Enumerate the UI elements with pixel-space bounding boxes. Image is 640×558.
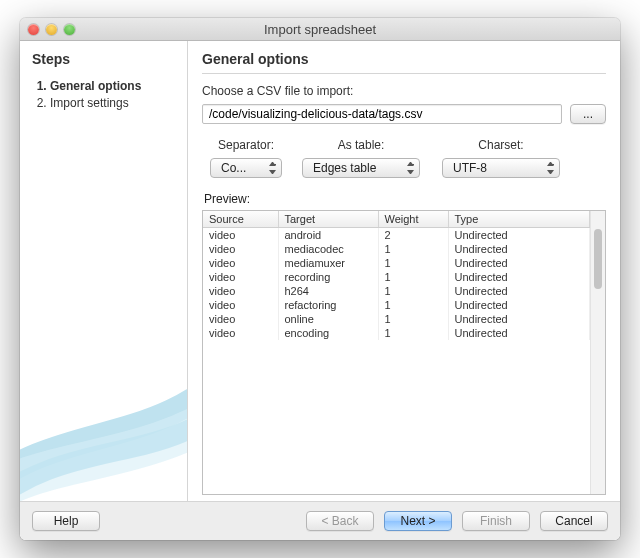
file-path-input[interactable] xyxy=(202,104,562,124)
table-cell: 1 xyxy=(378,242,448,256)
separator-label: Separator: xyxy=(218,138,274,152)
table-cell: android xyxy=(278,228,378,243)
divider xyxy=(202,73,606,74)
step-import-settings: Import settings xyxy=(50,96,175,110)
file-label: Choose a CSV file to import: xyxy=(202,84,606,98)
table-cell: encoding xyxy=(278,326,378,340)
col-weight[interactable]: Weight xyxy=(378,211,448,228)
charset-label: Charset: xyxy=(478,138,523,152)
help-button[interactable]: Help xyxy=(32,511,100,531)
table-cell: 1 xyxy=(378,284,448,298)
table-cell: mediamuxer xyxy=(278,256,378,270)
table-cell: recording xyxy=(278,270,378,284)
table-cell: Undirected xyxy=(448,256,590,270)
steps-sidebar: Steps General options Import settings xyxy=(20,41,188,501)
table-cell: video xyxy=(203,312,278,326)
table-cell: video xyxy=(203,298,278,312)
table-cell: h264 xyxy=(278,284,378,298)
wizard-footer: Help < Back Next > Finish Cancel xyxy=(20,501,620,540)
table-cell: 1 xyxy=(378,312,448,326)
preview-table: Source Target Weight Type videoandroid2U… xyxy=(203,211,590,340)
table-cell: 1 xyxy=(378,256,448,270)
col-type[interactable]: Type xyxy=(448,211,590,228)
preview-scrollbar[interactable] xyxy=(590,211,605,494)
wizard-window: Import spreadsheet Steps General options… xyxy=(20,18,620,540)
as-table-value: Edges table xyxy=(313,161,376,175)
table-cell: mediacodec xyxy=(278,242,378,256)
as-table-select[interactable]: Edges table xyxy=(302,158,420,178)
close-icon[interactable] xyxy=(28,24,39,35)
table-cell: Undirected xyxy=(448,228,590,243)
as-table-label: As table: xyxy=(338,138,385,152)
browse-button[interactable]: ... xyxy=(570,104,606,124)
table-cell: Undirected xyxy=(448,326,590,340)
table-cell: 2 xyxy=(378,228,448,243)
table-cell: video xyxy=(203,228,278,243)
table-cell: online xyxy=(278,312,378,326)
table-row[interactable]: videorefactoring1Undirected xyxy=(203,298,590,312)
col-target[interactable]: Target xyxy=(278,211,378,228)
table-cell: Undirected xyxy=(448,312,590,326)
steps-heading: Steps xyxy=(32,51,175,67)
col-source[interactable]: Source xyxy=(203,211,278,228)
general-options-panel: General options Choose a CSV file to imp… xyxy=(188,41,620,501)
next-button[interactable]: Next > xyxy=(384,511,452,531)
table-cell: Undirected xyxy=(448,298,590,312)
back-button[interactable]: < Back xyxy=(306,511,374,531)
table-cell: video xyxy=(203,270,278,284)
preview-label: Preview: xyxy=(202,192,606,206)
table-cell: 1 xyxy=(378,270,448,284)
table-cell: video xyxy=(203,284,278,298)
step-general-options: General options xyxy=(50,79,175,93)
titlebar: Import spreadsheet xyxy=(20,18,620,41)
separator-value: Co... xyxy=(221,161,246,175)
table-row[interactable]: videoonline1Undirected xyxy=(203,312,590,326)
table-cell: video xyxy=(203,256,278,270)
panel-heading: General options xyxy=(202,51,606,67)
finish-button[interactable]: Finish xyxy=(462,511,530,531)
cancel-button[interactable]: Cancel xyxy=(540,511,608,531)
minimize-icon[interactable] xyxy=(46,24,57,35)
table-row[interactable]: videomediamuxer1Undirected xyxy=(203,256,590,270)
table-row[interactable]: videoh2641Undirected xyxy=(203,284,590,298)
preview-table-container: Source Target Weight Type videoandroid2U… xyxy=(202,210,606,495)
separator-select[interactable]: Co... xyxy=(210,158,282,178)
table-cell: refactoring xyxy=(278,298,378,312)
window-title: Import spreadsheet xyxy=(20,22,620,37)
table-row[interactable]: videorecording1Undirected xyxy=(203,270,590,284)
traffic-lights xyxy=(28,24,75,35)
charset-value: UTF-8 xyxy=(453,161,487,175)
table-row[interactable]: videoandroid2Undirected xyxy=(203,228,590,243)
table-cell: 1 xyxy=(378,326,448,340)
table-row[interactable]: videoencoding1Undirected xyxy=(203,326,590,340)
table-cell: video xyxy=(203,242,278,256)
table-cell: Undirected xyxy=(448,270,590,284)
charset-select[interactable]: UTF-8 xyxy=(442,158,560,178)
decorative-swoosh-icon xyxy=(20,301,188,501)
table-row[interactable]: videomediacodec1Undirected xyxy=(203,242,590,256)
scrollbar-thumb[interactable] xyxy=(594,229,602,289)
table-cell: video xyxy=(203,326,278,340)
table-cell: Undirected xyxy=(448,242,590,256)
table-cell: Undirected xyxy=(448,284,590,298)
zoom-icon[interactable] xyxy=(64,24,75,35)
table-cell: 1 xyxy=(378,298,448,312)
